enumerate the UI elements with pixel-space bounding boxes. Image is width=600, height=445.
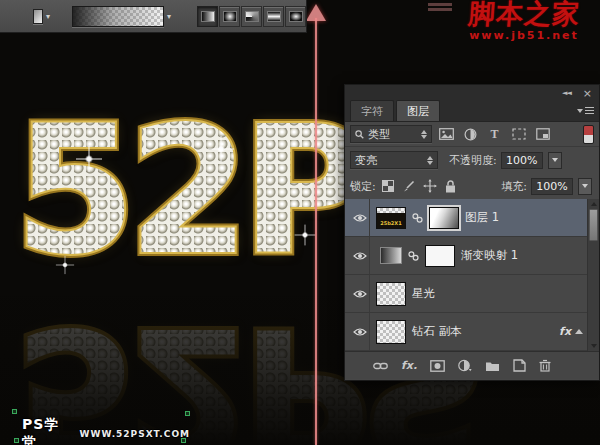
opacity-dropdown-arrow[interactable]: [548, 152, 562, 169]
filter-type-label: 类型: [368, 127, 390, 142]
layers-scrollbar[interactable]: [587, 199, 599, 351]
layer-row-gradient-map[interactable]: 渐变映射 1: [345, 237, 599, 275]
adjustment-circle-icon: [464, 128, 477, 141]
checkerboard-icon: [382, 180, 394, 192]
logo-url: www.jb51.net: [448, 29, 600, 42]
gradient-map-thumbnail[interactable]: [380, 247, 402, 264]
adjustment-mask-thumbnail[interactable]: [425, 245, 455, 267]
lock-row: 锁定:: [345, 173, 599, 199]
lock-position-button[interactable]: [423, 179, 437, 193]
lock-all-button[interactable]: [445, 180, 456, 193]
opacity-label: 不透明度:: [449, 153, 497, 168]
visibility-cell[interactable]: [350, 237, 370, 274]
swatch-dropdown-arrow-icon[interactable]: ▾: [46, 12, 50, 21]
filter-shape-layers-button[interactable]: [510, 126, 527, 142]
diamond-gradient-icon: [289, 11, 303, 22]
gradient-dropdown-arrow-icon[interactable]: ▾: [167, 12, 171, 21]
sparkle-glint: [295, 225, 316, 246]
search-icon: [355, 130, 364, 139]
folder-icon: [485, 360, 500, 372]
trash-icon: [539, 359, 551, 372]
filter-type-layers-button[interactable]: T: [486, 126, 503, 142]
sparkle-glint: [56, 256, 74, 274]
eye-icon: [353, 251, 367, 261]
layer-name[interactable]: 渐变映射 1: [461, 248, 518, 263]
linear-gradient-icon: [201, 11, 215, 22]
visibility-cell[interactable]: [350, 275, 370, 312]
layer-row-diamond-copy[interactable]: 钻石 副本 fx: [345, 313, 599, 351]
layers-list: 25b2X1 图层 1: [345, 199, 599, 351]
new-adjustment-layer-button[interactable]: [458, 359, 472, 372]
filter-smart-objects-button[interactable]: [534, 126, 551, 142]
fill-dropdown-arrow[interactable]: [578, 178, 592, 195]
panel-menu-icon[interactable]: [577, 107, 594, 114]
layer-thumbnail[interactable]: [376, 320, 406, 344]
fill-field[interactable]: 100%: [531, 178, 573, 195]
vertical-guide-line[interactable]: [315, 18, 317, 445]
layer-mask-icon: [430, 360, 445, 372]
chain-link-icon: [373, 361, 388, 371]
gradient-type-buttons: [197, 6, 306, 27]
angle-gradient-icon: [245, 11, 259, 22]
new-layer-icon: [513, 359, 526, 372]
layer-name[interactable]: 钻石 副本: [412, 324, 462, 339]
layers-panel: ◄◄ × 字符 图层 类型: [344, 84, 600, 381]
close-panel-icon[interactable]: ×: [583, 88, 592, 99]
lock-transparent-pixels-button[interactable]: [382, 180, 394, 192]
layer-thumbnail[interactable]: 25b2X1: [376, 207, 406, 229]
thumbnail-tiny-text: 25b2X1: [377, 221, 405, 226]
fill-label: 填充:: [501, 179, 527, 194]
new-layer-button[interactable]: [513, 359, 526, 372]
tab-layers[interactable]: 图层: [396, 100, 440, 121]
visibility-cell[interactable]: [350, 199, 370, 236]
tab-character[interactable]: 字符: [350, 100, 394, 121]
layer-filter-row: 类型 T: [345, 122, 599, 147]
layer-row-starlight[interactable]: 星光: [345, 275, 599, 313]
corner-mark-icon: [14, 438, 19, 443]
filter-type-dropdown[interactable]: 类型: [350, 125, 432, 143]
collapse-effects-icon[interactable]: [575, 329, 583, 334]
blend-mode-value: 变亮: [355, 153, 377, 168]
gradient-type-linear-button[interactable]: [197, 6, 218, 27]
layer-row-layer1[interactable]: 25b2X1 图层 1: [345, 199, 599, 237]
collapse-panel-icon[interactable]: ◄◄: [562, 89, 571, 97]
filter-pixel-layers-button[interactable]: [438, 126, 455, 142]
link-icon: [412, 213, 423, 223]
panel-tab-row: 字符 图层: [345, 101, 599, 122]
gradient-preview-picker[interactable]: [72, 6, 164, 27]
sparkle-glint: [208, 136, 234, 162]
gradient-type-reflected-button[interactable]: [263, 6, 284, 27]
visibility-cell[interactable]: [350, 313, 370, 350]
gradient-type-diamond-button[interactable]: [285, 6, 306, 27]
gradient-type-angle-button[interactable]: [241, 6, 262, 27]
add-layer-mask-button[interactable]: [430, 360, 445, 372]
eye-icon: [353, 213, 367, 223]
layer-name[interactable]: 图层 1: [465, 210, 499, 225]
logo-title: 脚本之家: [447, 0, 600, 28]
scroll-down-icon[interactable]: [591, 344, 597, 348]
eye-icon: [353, 289, 367, 299]
filter-on-off-toggle[interactable]: [583, 125, 594, 144]
scrollbar-thumb[interactable]: [589, 209, 598, 241]
link-icon: [408, 251, 419, 261]
lock-image-pixels-button[interactable]: [402, 180, 415, 193]
panel-header-bar: ◄◄ ×: [345, 85, 599, 101]
scroll-up-icon[interactable]: [591, 202, 597, 206]
opacity-field[interactable]: 100%: [501, 152, 543, 169]
gradient-options-toolbar: ▾ ▾: [0, 0, 307, 33]
layer-fx-badge[interactable]: fx: [559, 325, 571, 338]
delete-layer-button[interactable]: [539, 359, 551, 372]
add-layer-style-button[interactable]: fx.: [401, 359, 417, 372]
watermark-site-name: PS学堂: [22, 416, 72, 445]
link-layers-button[interactable]: [373, 361, 388, 371]
padlock-icon: [445, 180, 456, 193]
layer-thumbnail[interactable]: [376, 282, 406, 306]
gradient-type-radial-button[interactable]: [219, 6, 240, 27]
gradient-swatch[interactable]: [33, 9, 43, 24]
lock-icons: [382, 179, 456, 193]
filter-adjustment-layers-button[interactable]: [462, 126, 479, 142]
layer-name[interactable]: 星光: [412, 286, 435, 301]
layer-mask-thumbnail[interactable]: [429, 207, 459, 229]
blend-mode-dropdown[interactable]: 变亮: [350, 151, 438, 169]
new-group-button[interactable]: [485, 360, 500, 372]
